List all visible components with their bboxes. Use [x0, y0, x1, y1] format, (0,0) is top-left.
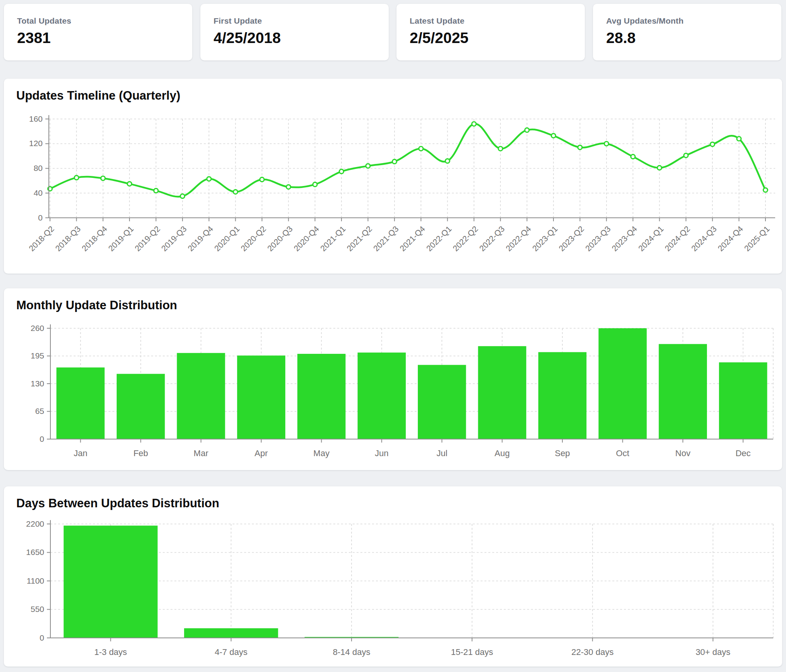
bar-Jul[interactable] — [418, 365, 466, 439]
y-tick-label: 120 — [29, 139, 43, 148]
updates-timeline-card: 040801201602018-Q22018-Q32018-Q42019-Q12… — [4, 79, 782, 274]
x-tick-label: 2019-Q4 — [186, 224, 215, 253]
data-point-2021-Q3[interactable] — [392, 159, 396, 164]
y-tick-label: 1100 — [27, 576, 44, 585]
x-tick-label: 2020-Q4 — [292, 224, 321, 253]
y-tick-label: 260 — [31, 324, 44, 333]
data-point-2023-Q1[interactable] — [552, 134, 556, 138]
data-point-2019-Q4[interactable] — [207, 177, 211, 181]
x-tick-label: 2019-Q3 — [160, 224, 188, 253]
bar-Aug[interactable] — [478, 346, 526, 439]
data-point-2022-Q2[interactable] — [472, 122, 476, 126]
x-tick-label: 2025-Q1 — [743, 224, 771, 253]
x-tick-label: 2021-Q3 — [372, 224, 400, 253]
y-tick-label: 0 — [38, 213, 43, 222]
x-tick-label: Sep — [555, 448, 570, 458]
x-tick-label: Jan — [74, 448, 87, 458]
x-tick-label: 2023-Q3 — [583, 224, 612, 253]
data-point-2022-Q1[interactable] — [445, 159, 450, 163]
y-tick-label: 0 — [40, 434, 44, 443]
y-tick-label: 195 — [31, 351, 44, 360]
y-tick-label: 130 — [31, 379, 44, 388]
data-point-2023-Q2[interactable] — [578, 145, 582, 150]
bar-Sep[interactable] — [538, 352, 586, 439]
data-point-2024-Q3[interactable] — [710, 142, 715, 146]
bar-Apr[interactable] — [237, 355, 285, 439]
bar-May[interactable] — [297, 354, 345, 439]
stat-card-latest-update: Latest Update 2/5/2025 — [396, 4, 585, 60]
data-point-2019-Q1[interactable] — [128, 182, 132, 186]
bar-Dec[interactable] — [719, 362, 767, 439]
x-tick-label: 2018-Q2 — [27, 224, 56, 253]
stat-label: Avg Updates/Month — [606, 16, 684, 26]
y-tick-label: 0 — [40, 633, 44, 642]
x-tick-label: 2023-Q4 — [610, 224, 639, 253]
bar-Feb[interactable] — [117, 374, 165, 439]
x-tick-label: 2020-Q1 — [212, 224, 241, 253]
x-tick-label: 2022-Q4 — [504, 224, 533, 253]
x-tick-label: 2018-Q3 — [53, 224, 82, 253]
data-point-2021-Q2[interactable] — [366, 164, 370, 168]
x-tick-label: 2022-Q1 — [424, 224, 453, 253]
x-tick-label: 15-21 days — [451, 647, 493, 657]
x-tick-label: Dec — [736, 448, 751, 458]
x-tick-label: Mar — [194, 448, 209, 458]
y-tick-label: 80 — [34, 164, 43, 172]
data-point-2023-Q4[interactable] — [631, 155, 635, 159]
x-tick-label: Apr — [255, 448, 268, 458]
data-point-2021-Q4[interactable] — [419, 146, 423, 151]
bar-Nov[interactable] — [659, 344, 707, 439]
days-between-updates-chart[interactable]: 05501100165022001-3 days4-7 days8-14 day… — [4, 486, 782, 667]
x-tick-label: 2020-Q3 — [265, 224, 294, 253]
data-point-2024-Q2[interactable] — [684, 153, 688, 158]
data-point-2021-Q1[interactable] — [340, 169, 344, 174]
x-tick-label: 2018-Q4 — [80, 224, 109, 253]
x-tick-label: 2023-Q2 — [557, 224, 586, 253]
stat-label: First Update — [214, 16, 262, 26]
data-point-2022-Q4[interactable] — [525, 128, 529, 132]
stat-card-avg-updates: Avg Updates/Month 28.8 — [593, 4, 781, 60]
bar-1-3 days[interactable] — [64, 526, 157, 638]
data-point-2020-Q2[interactable] — [260, 177, 264, 182]
x-tick-label: 2022-Q3 — [477, 224, 506, 253]
x-tick-label: 2021-Q4 — [398, 224, 427, 253]
data-point-2024-Q1[interactable] — [657, 165, 662, 170]
data-point-2018-Q3[interactable] — [74, 176, 79, 180]
x-tick-label: 30+ days — [696, 647, 731, 657]
y-tick-label: 2200 — [26, 519, 44, 528]
bar-Mar[interactable] — [177, 353, 225, 439]
updates-timeline-chart[interactable]: 040801201602018-Q22018-Q32018-Q42019-Q12… — [4, 79, 782, 274]
x-tick-label: 2024-Q4 — [716, 224, 745, 253]
x-tick-label: 2021-Q1 — [319, 224, 347, 253]
data-point-2020-Q3[interactable] — [286, 185, 291, 189]
bar-Jun[interactable] — [358, 353, 406, 439]
data-point-2019-Q2[interactable] — [154, 188, 158, 193]
y-tick-label: 40 — [34, 188, 43, 197]
stat-label: Latest Update — [410, 16, 464, 26]
data-point-2018-Q4[interactable] — [101, 176, 105, 181]
data-point-2023-Q3[interactable] — [604, 141, 608, 146]
x-tick-label: Oct — [616, 448, 629, 458]
x-tick-label: 4-7 days — [215, 647, 247, 657]
x-tick-label: 2024-Q2 — [663, 224, 692, 253]
bar-4-7 days[interactable] — [184, 628, 278, 638]
data-point-2019-Q3[interactable] — [180, 194, 184, 198]
x-tick-label: Jul — [436, 448, 447, 458]
data-point-2020-Q1[interactable] — [233, 190, 238, 194]
bar-Oct[interactable] — [598, 328, 646, 439]
data-point-2024-Q4[interactable] — [737, 137, 741, 141]
monthly-distribution-chart[interactable]: 065130195260JanFebMarAprMayJunJulAugSepO… — [4, 288, 782, 470]
data-point-2020-Q4[interactable] — [313, 182, 317, 186]
data-point-2025-Q1[interactable] — [763, 188, 767, 192]
stat-card-first-update: First Update 4/25/2018 — [200, 4, 389, 60]
bar-Jan[interactable] — [57, 367, 105, 439]
y-tick-label: 1650 — [26, 548, 44, 557]
stat-value: 28.8 — [606, 29, 636, 47]
x-tick-label: 2019-Q1 — [107, 224, 135, 253]
x-tick-label: Nov — [675, 448, 690, 458]
x-tick-label: 2024-Q3 — [689, 224, 718, 253]
days-between-updates-card: 05501100165022001-3 days4-7 days8-14 day… — [4, 486, 782, 667]
data-point-2022-Q3[interactable] — [498, 146, 503, 151]
x-tick-label: 2024-Q1 — [636, 224, 665, 253]
x-tick-label: 2023-Q1 — [531, 224, 559, 253]
